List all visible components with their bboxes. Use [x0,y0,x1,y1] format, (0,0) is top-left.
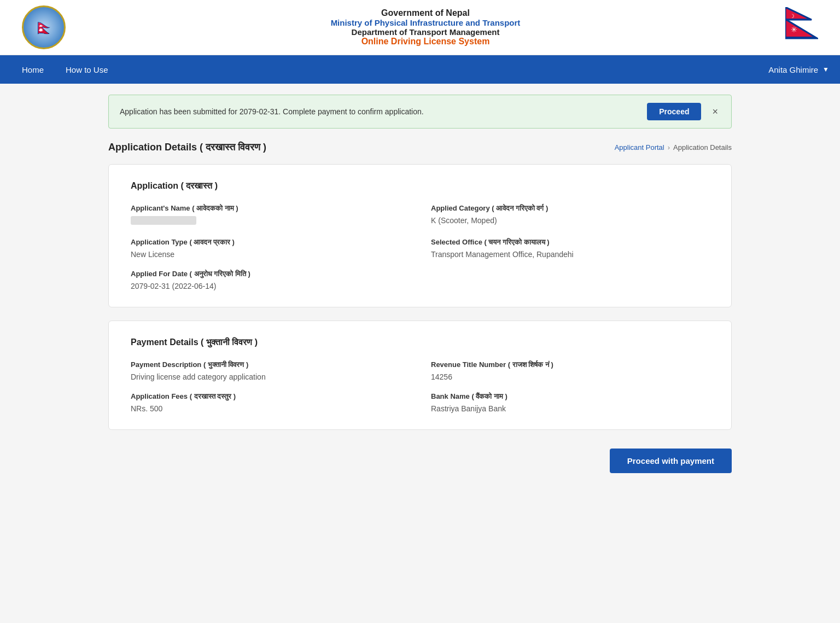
page-title-row: Application Details ( दरखास्त विवरण ) Ap… [108,142,732,153]
field-label-revenue: Revenue Title Number ( राजश शिर्षक नं ) [431,360,709,369]
svg-text:✳: ✳ [791,25,797,34]
field-value-office: Transport Management Office, Rupandehi [431,250,709,259]
breadcrumb: Applicant Portal › Application Details [615,143,732,152]
nav-how-to-use[interactable]: How to Use [55,57,119,82]
field-application-type: Application Type ( आवदन प्रकार ) New Lic… [131,238,409,259]
field-value-category: K (Scooter, Moped) [431,216,709,225]
header-titles: Government of Nepal Ministry of Physical… [66,8,785,46]
bottom-action-row: Proceed with payment [108,443,732,490]
nav-home[interactable]: Home [11,57,55,82]
header-line2: Ministry of Physical Infrastructure and … [66,18,785,27]
nepal-flag: ☽ ✳ [785,7,818,48]
breadcrumb-separator: › [668,143,670,152]
field-value-revenue: 14256 [431,372,709,381]
application-card-title: Application ( दरखास्त ) [131,181,709,191]
application-fields-grid: Applicant's Name ( आवेदकको नाम ) Applied… [131,204,709,290]
site-header: 🇳🇵 Government of Nepal Ministry of Physi… [0,0,840,55]
chevron-down-icon: ▼ [822,66,829,73]
field-app-fees: Application Fees ( दरखास्त दस्तुर ) NRs.… [131,392,409,413]
payment-card: Payment Details ( भुक्तानी विवरण ) Payme… [108,321,732,430]
user-menu[interactable]: Anita Ghimire ▼ [768,65,829,74]
alert-text: Application has been submitted for 2079-… [120,107,647,116]
field-revenue-title: Revenue Title Number ( राजश शिर्षक नं ) … [431,360,709,381]
alert-banner: Application has been submitted for 2079-… [108,95,732,129]
header-line1: Government of Nepal [66,8,785,18]
main-navbar: Home How to Use Anita Ghimire ▼ [0,55,840,84]
alert-actions: Proceed × [647,103,720,120]
breadcrumb-parent[interactable]: Applicant Portal [615,143,664,152]
field-applicant-name: Applicant's Name ( आवेदकको नाम ) [131,204,409,227]
user-name: Anita Ghimire [768,65,818,74]
header-line4: Online Driving License System [66,37,785,46]
proceed-button[interactable]: Proceed [647,103,701,120]
field-applied-date: Applied For Date ( अनुरोध गरिएको मिति ) … [131,270,409,290]
application-card: Application ( दरखास्त ) Applicant's Name… [108,164,732,307]
proceed-with-payment-button[interactable]: Proceed with payment [610,449,732,473]
main-content: Application has been submitted for 2079-… [92,84,748,500]
field-value-payment-desc: Driving license add category application [131,372,409,381]
field-applied-category: Applied Category ( आवेदन गरिएको वर्ग ) K… [431,204,709,227]
field-value-date: 2079-02-31 (2022-06-14) [131,282,409,290]
field-value-name-blurred [131,216,196,225]
field-label-type: Application Type ( आवदन प्रकार ) [131,238,409,247]
close-alert-button[interactable]: × [710,106,720,118]
header-line3: Department of Transport Management [66,27,785,37]
breadcrumb-current: Application Details [673,143,732,152]
field-label-payment-desc: Payment Description ( भुक्तानी विवरण ) [131,360,409,369]
navbar-left: Home How to Use [11,57,119,82]
page-title: Application Details ( दरखास्त विवरण ) [108,142,266,153]
payment-card-title: Payment Details ( भुक्तानी विवरण ) [131,337,709,347]
field-value-bank: Rastriya Banijya Bank [431,404,709,413]
payment-fields-grid: Payment Description ( भुक्तानी विवरण ) D… [131,360,709,413]
field-payment-description: Payment Description ( भुक्तानी विवरण ) D… [131,360,409,381]
field-label-fees: Application Fees ( दरखास्त दस्तुर ) [131,392,409,401]
field-bank-name: Bank Name ( वैंकको नाम ) Rastriya Banijy… [431,392,709,413]
field-label-category: Applied Category ( आवेदन गरिएको वर्ग ) [431,204,709,213]
field-label-office: Selected Office ( चयन गरिएको कायालय ) [431,238,709,247]
field-selected-office: Selected Office ( चयन गरिएको कायालय ) Tr… [431,238,709,259]
field-label-bank: Bank Name ( वैंकको नाम ) [431,392,709,401]
field-label-date: Applied For Date ( अनुरोध गरिएको मिति ) [131,270,409,278]
nepal-emblem: 🇳🇵 [22,5,66,49]
field-value-type: New License [131,250,409,259]
field-label-name: Applicant's Name ( आवेदकको नाम ) [131,204,409,213]
svg-text:☽: ☽ [790,13,795,19]
field-value-fees: NRs. 500 [131,404,409,413]
